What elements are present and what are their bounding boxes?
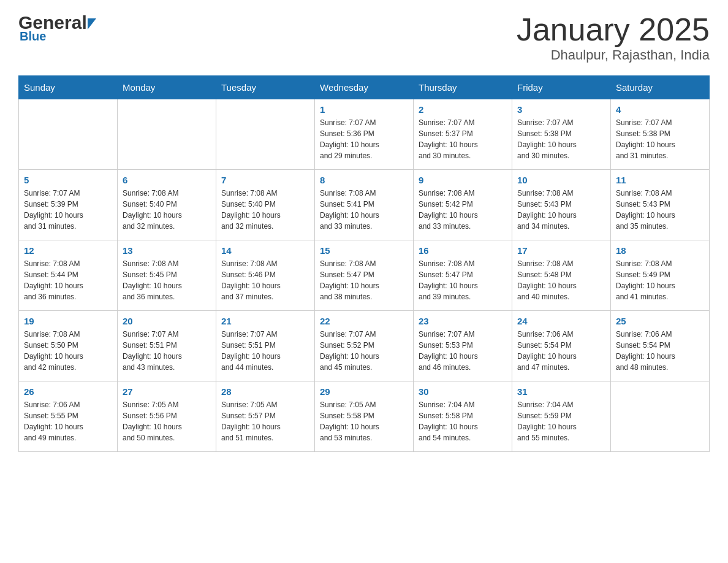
day-number: 13: [123, 245, 211, 256]
day-number: 29: [320, 386, 408, 397]
calendar-table: Sunday Monday Tuesday Wednesday Thursday…: [18, 75, 710, 452]
header-wednesday: Wednesday: [315, 76, 414, 99]
day-info: Sunrise: 7:07 AM Sunset: 5:38 PM Dayligh…: [616, 117, 704, 161]
day-number: 31: [517, 386, 605, 397]
day-number: 12: [24, 245, 112, 256]
day-number: 28: [221, 386, 309, 397]
calendar-cell: 29Sunrise: 7:05 AM Sunset: 5:58 PM Dayli…: [315, 381, 414, 452]
day-info: Sunrise: 7:08 AM Sunset: 5:46 PM Dayligh…: [221, 258, 309, 302]
day-number: 10: [517, 175, 605, 185]
day-info: Sunrise: 7:06 AM Sunset: 5:54 PM Dayligh…: [517, 329, 605, 373]
day-info: Sunrise: 7:05 AM Sunset: 5:57 PM Dayligh…: [221, 399, 309, 443]
calendar-cell: 27Sunrise: 7:05 AM Sunset: 5:56 PM Dayli…: [118, 381, 216, 452]
calendar-title: January 2025: [517, 12, 710, 47]
calendar-cell: 17Sunrise: 7:08 AM Sunset: 5:48 PM Dayli…: [512, 240, 611, 311]
day-number: 15: [320, 245, 408, 256]
day-number: 7: [221, 175, 309, 185]
day-info: Sunrise: 7:08 AM Sunset: 5:50 PM Dayligh…: [24, 329, 112, 373]
calendar-cell: 14Sunrise: 7:08 AM Sunset: 5:46 PM Dayli…: [216, 240, 315, 311]
day-info: Sunrise: 7:07 AM Sunset: 5:38 PM Dayligh…: [517, 117, 605, 161]
day-number: 11: [616, 175, 704, 185]
day-info: Sunrise: 7:08 AM Sunset: 5:45 PM Dayligh…: [123, 258, 211, 302]
calendar-cell: [118, 99, 216, 170]
calendar-cell: 31Sunrise: 7:04 AM Sunset: 5:59 PM Dayli…: [512, 381, 611, 452]
day-info: Sunrise: 7:08 AM Sunset: 5:44 PM Dayligh…: [24, 258, 112, 302]
calendar-cell: 13Sunrise: 7:08 AM Sunset: 5:45 PM Dayli…: [118, 240, 216, 311]
calendar-cell: [611, 381, 710, 452]
calendar-cell: 1Sunrise: 7:07 AM Sunset: 5:36 PM Daylig…: [315, 99, 414, 170]
day-number: 14: [221, 245, 309, 256]
header-friday: Friday: [512, 76, 611, 99]
calendar-cell: 2Sunrise: 7:07 AM Sunset: 5:37 PM Daylig…: [414, 99, 512, 170]
calendar-cell: 5Sunrise: 7:07 AM Sunset: 5:39 PM Daylig…: [19, 170, 118, 240]
calendar-cell: 15Sunrise: 7:08 AM Sunset: 5:47 PM Dayli…: [315, 240, 414, 311]
day-info: Sunrise: 7:07 AM Sunset: 5:39 PM Dayligh…: [24, 188, 112, 232]
day-number: 1: [320, 104, 408, 115]
day-number: 8: [320, 175, 408, 185]
calendar-cell: 7Sunrise: 7:08 AM Sunset: 5:40 PM Daylig…: [216, 170, 315, 240]
calendar-cell: 16Sunrise: 7:08 AM Sunset: 5:47 PM Dayli…: [414, 240, 512, 311]
calendar-cell: 23Sunrise: 7:07 AM Sunset: 5:53 PM Dayli…: [414, 311, 512, 381]
calendar-body: 1Sunrise: 7:07 AM Sunset: 5:36 PM Daylig…: [19, 99, 710, 452]
calendar-week-row: 12Sunrise: 7:08 AM Sunset: 5:44 PM Dayli…: [19, 240, 710, 311]
calendar-week-row: 1Sunrise: 7:07 AM Sunset: 5:36 PM Daylig…: [19, 99, 710, 170]
calendar-header: Sunday Monday Tuesday Wednesday Thursday…: [19, 76, 710, 99]
day-info: Sunrise: 7:04 AM Sunset: 5:58 PM Dayligh…: [419, 399, 507, 443]
calendar-cell: 9Sunrise: 7:08 AM Sunset: 5:42 PM Daylig…: [414, 170, 512, 240]
calendar-cell: 21Sunrise: 7:07 AM Sunset: 5:51 PM Dayli…: [216, 311, 315, 381]
day-info: Sunrise: 7:06 AM Sunset: 5:54 PM Dayligh…: [616, 329, 704, 373]
day-number: 4: [616, 104, 704, 115]
calendar-cell: 8Sunrise: 7:08 AM Sunset: 5:41 PM Daylig…: [315, 170, 414, 240]
calendar-week-row: 26Sunrise: 7:06 AM Sunset: 5:55 PM Dayli…: [19, 381, 710, 452]
calendar-cell: 24Sunrise: 7:06 AM Sunset: 5:54 PM Dayli…: [512, 311, 611, 381]
day-info: Sunrise: 7:07 AM Sunset: 5:52 PM Dayligh…: [320, 329, 408, 373]
day-number: 3: [517, 104, 605, 115]
day-number: 30: [419, 386, 507, 397]
day-info: Sunrise: 7:07 AM Sunset: 5:36 PM Dayligh…: [320, 117, 408, 161]
day-info: Sunrise: 7:08 AM Sunset: 5:42 PM Dayligh…: [419, 188, 507, 232]
day-info: Sunrise: 7:07 AM Sunset: 5:51 PM Dayligh…: [221, 329, 309, 373]
calendar-cell: 11Sunrise: 7:08 AM Sunset: 5:43 PM Dayli…: [611, 170, 710, 240]
calendar-cell: 4Sunrise: 7:07 AM Sunset: 5:38 PM Daylig…: [611, 99, 710, 170]
day-info: Sunrise: 7:08 AM Sunset: 5:40 PM Dayligh…: [123, 188, 211, 232]
calendar-cell: 10Sunrise: 7:08 AM Sunset: 5:43 PM Dayli…: [512, 170, 611, 240]
day-number: 27: [123, 386, 211, 397]
calendar-week-row: 5Sunrise: 7:07 AM Sunset: 5:39 PM Daylig…: [19, 170, 710, 240]
logo-name-blue: Blue: [18, 29, 46, 44]
day-info: Sunrise: 7:08 AM Sunset: 5:41 PM Dayligh…: [320, 188, 408, 232]
day-number: 17: [517, 245, 605, 256]
day-number: 16: [419, 245, 507, 256]
day-info: Sunrise: 7:06 AM Sunset: 5:55 PM Dayligh…: [24, 399, 112, 443]
calendar-cell: 12Sunrise: 7:08 AM Sunset: 5:44 PM Dayli…: [19, 240, 118, 311]
header-sunday: Sunday: [19, 76, 118, 99]
day-number: 23: [419, 316, 507, 326]
calendar-cell: 25Sunrise: 7:06 AM Sunset: 5:54 PM Dayli…: [611, 311, 710, 381]
header-tuesday: Tuesday: [216, 76, 315, 99]
day-number: 24: [517, 316, 605, 326]
day-number: 20: [123, 316, 211, 326]
calendar-subtitle: Dhaulpur, Rajasthan, India: [517, 47, 710, 63]
calendar-cell: 28Sunrise: 7:05 AM Sunset: 5:57 PM Dayli…: [216, 381, 315, 452]
calendar-cell: [19, 99, 118, 170]
calendar-cell: [216, 99, 315, 170]
day-info: Sunrise: 7:07 AM Sunset: 5:53 PM Dayligh…: [419, 329, 507, 373]
calendar-cell: 30Sunrise: 7:04 AM Sunset: 5:58 PM Dayli…: [414, 381, 512, 452]
day-info: Sunrise: 7:04 AM Sunset: 5:59 PM Dayligh…: [517, 399, 605, 443]
day-number: 18: [616, 245, 704, 256]
calendar-cell: 26Sunrise: 7:06 AM Sunset: 5:55 PM Dayli…: [19, 381, 118, 452]
day-info: Sunrise: 7:07 AM Sunset: 5:51 PM Dayligh…: [123, 329, 211, 373]
day-info: Sunrise: 7:08 AM Sunset: 5:47 PM Dayligh…: [320, 258, 408, 302]
day-number: 5: [24, 175, 112, 185]
day-info: Sunrise: 7:08 AM Sunset: 5:48 PM Dayligh…: [517, 258, 605, 302]
calendar-cell: 18Sunrise: 7:08 AM Sunset: 5:49 PM Dayli…: [611, 240, 710, 311]
calendar-cell: 20Sunrise: 7:07 AM Sunset: 5:51 PM Dayli…: [118, 311, 216, 381]
header-monday: Monday: [118, 76, 216, 99]
title-block: January 2025 Dhaulpur, Rajasthan, India: [517, 12, 710, 63]
day-info: Sunrise: 7:05 AM Sunset: 5:56 PM Dayligh…: [123, 399, 211, 443]
day-number: 9: [419, 175, 507, 185]
calendar-cell: 6Sunrise: 7:08 AM Sunset: 5:40 PM Daylig…: [118, 170, 216, 240]
day-info: Sunrise: 7:07 AM Sunset: 5:37 PM Dayligh…: [419, 117, 507, 161]
day-info: Sunrise: 7:05 AM Sunset: 5:58 PM Dayligh…: [320, 399, 408, 443]
calendar-cell: 3Sunrise: 7:07 AM Sunset: 5:38 PM Daylig…: [512, 99, 611, 170]
day-info: Sunrise: 7:08 AM Sunset: 5:47 PM Dayligh…: [419, 258, 507, 302]
